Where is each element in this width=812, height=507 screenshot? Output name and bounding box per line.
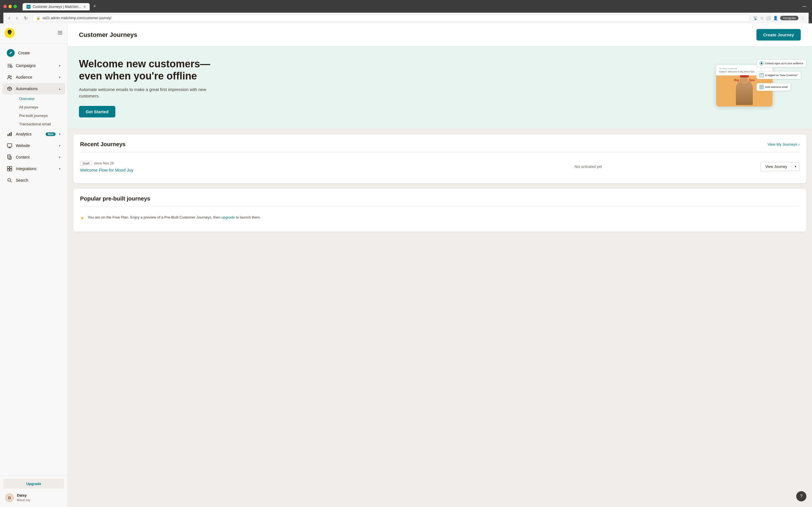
svg-rect-8 [58,34,62,34]
recent-journeys-header: Recent Journeys View My Journeys › [80,141,800,148]
maximize-button[interactable] [13,5,17,8]
close-button[interactable] [3,5,7,8]
svg-point-5 [10,32,10,33]
cast-icon: 📡 [753,16,758,20]
journey-meta: Draft since Nov 29 Welcome Flow for Mood… [80,161,416,172]
user-info: Daisy Mood Joy [17,493,31,502]
svg-rect-0 [802,6,806,7]
campaigns-chevron-icon: ▾ [59,64,61,68]
sidebar-item-automations[interactable]: Automations ▴ [2,83,65,94]
lock-icon: 🔒 [36,16,40,20]
upgrade-button[interactable]: Upgrade [3,479,64,489]
sidebar-subitem-pre-built[interactable]: Pre-built journeys [15,112,65,120]
menu-icon[interactable]: ⋮ [801,15,805,21]
minimize-button[interactable] [8,5,12,8]
sidebar-item-create[interactable]: Create [2,46,65,60]
chevron-down-icon: ▾ [795,165,797,168]
draft-badge: Draft [80,161,92,166]
integrations-chevron-icon: ▾ [59,167,61,171]
website-icon [7,143,12,149]
forward-button[interactable]: › [14,15,19,21]
mailchimp-logo [4,28,15,39]
user-brand: Mood Joy [17,498,31,502]
sidebar-item-campaigns[interactable]: Campaigns ▾ [2,60,65,71]
sidebar-item-search[interactable]: Search [2,175,65,186]
journey-name-link[interactable]: Welcome Flow for Mood Joy [80,168,416,172]
popular-journeys-section: Popular pre-built journeys ✦ You are on … [73,189,806,231]
svg-rect-17 [7,166,9,168]
create-journey-button[interactable]: Create Journey [756,29,801,41]
journey-item: Draft since Nov 29 Welcome Flow for Mood… [80,157,800,176]
hero-subtext: Automate welcome emails to make a great … [79,87,220,99]
flow-connector-2 [761,79,761,83]
sidebar-item-website[interactable]: Website ▾ [2,140,65,151]
sidebar-item-audience[interactable]: Audience ▾ [2,71,65,83]
tab-title: Customer Journeys | Mailchim... [33,5,81,9]
integrations-label: Integrations [16,166,56,171]
svg-rect-12 [8,134,8,136]
campaigns-label: Campaigns [16,63,56,68]
journey-badges: Draft since Nov 29 [80,161,416,166]
create-label: Create [18,51,61,55]
sidebar-item-integrations[interactable]: Integrations ▾ [2,163,65,174]
audience-chevron-icon: ▾ [59,75,61,79]
user-name: Daisy [17,493,31,498]
back-button[interactable]: ‹ [7,15,11,21]
website-label: Website [16,144,56,148]
journey-dropdown-button[interactable]: ▾ [792,162,800,171]
browser-tabs: M Customer Journeys | Mailchim... ✕ + [22,2,98,10]
reload-button[interactable]: ↻ [22,15,29,21]
sidebar-nav: Create Campaigns ▾ [0,44,67,475]
sidebar-toggle-button[interactable] [57,30,63,37]
analytics-label: Analytics [16,132,42,136]
svg-rect-18 [10,166,12,168]
automations-subitems: Overview All journeys Pre-built journeys… [0,95,67,128]
tab-favicon: M [27,5,31,9]
automations-label: Automations [16,87,56,91]
help-button[interactable]: ? [796,491,806,501]
browser-chrome: M Customer Journeys | Mailchim... ✕ + ‹ … [0,0,812,23]
analytics-new-badge: New [46,132,56,136]
tab-close-icon[interactable]: ✕ [83,5,86,9]
view-journey-button[interactable]: View Journey [760,162,792,171]
bookmark-icon[interactable]: ☆ [760,16,764,20]
active-tab[interactable]: M Customer Journeys | Mailchim... ✕ [22,3,90,10]
content-chevron-icon: ▾ [59,156,61,159]
svg-rect-13 [9,133,10,136]
sidebar-subitem-overview[interactable]: Overview [15,95,65,103]
sidebar-item-analytics[interactable]: Analytics New ▾ [2,128,65,140]
popular-section-divider [80,207,800,207]
svg-rect-14 [11,132,11,136]
get-started-button[interactable]: Get Started [79,106,115,117]
svg-rect-6 [58,31,62,32]
hero-text: Welcome new customers— even when you're … [79,58,220,117]
hero-heading: Welcome new customers— even when you're … [79,58,220,82]
since-label: since Nov 29 [94,161,114,165]
main-content: Customer Journeys Create Journey Welcome… [68,23,812,507]
upgrade-link[interactable]: upgrade [221,215,235,219]
flow-connector-1 [761,67,761,71]
hero-section: Welcome new customers— even when you're … [68,47,812,129]
url-field[interactable]: 🔒 us21.admin.mailchimp.com/customer-jour… [32,14,751,22]
hero-preview: To: New Customer Subject: Welcome to Big… [716,59,801,116]
automations-chevron-icon: ▴ [59,87,61,91]
sidebar-subitem-all-journeys[interactable]: All journeys [15,103,65,111]
new-tab-button[interactable]: + [91,2,98,10]
tab-manager-icon[interactable]: ⬜ [766,16,771,20]
url-text: us21.admin.mailchimp.com/customer-journe… [43,16,112,20]
view-all-link[interactable]: View My Journeys › [767,142,800,147]
svg-rect-15 [7,144,12,147]
svg-rect-7 [58,33,62,33]
pencil-icon [7,49,15,57]
profile-icon[interactable]: 👤 [773,16,778,20]
browser-actions: 📡 ☆ ⬜ 👤 Incognito ⋮ [753,15,805,21]
recent-journeys-section: Recent Journeys View My Journeys › Draft… [73,134,806,183]
sidebar-item-content[interactable]: Content ▾ [2,152,65,163]
sidebar-subitem-transactional[interactable]: Transactional email [15,120,65,128]
window-control-icon [802,4,806,8]
chevron-right-icon: › [799,142,800,147]
svg-point-9 [10,66,12,68]
search-icon [7,177,12,183]
website-chevron-icon: ▾ [59,144,61,148]
star-icon: ✦ [80,215,84,221]
